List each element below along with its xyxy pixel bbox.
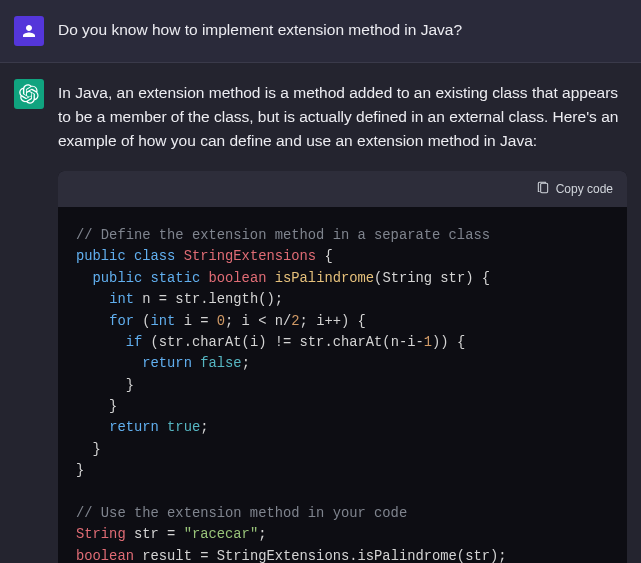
user-message: Do you know how to implement extension m… [0, 0, 641, 63]
user-question: Do you know how to implement extension m… [58, 16, 627, 46]
assistant-body: In Java, an extension method is a method… [58, 79, 627, 563]
svg-rect-0 [540, 183, 547, 192]
code-header: Copy code [58, 171, 627, 207]
copy-code-label: Copy code [556, 182, 613, 196]
assistant-message: In Java, an extension method is a method… [0, 63, 641, 563]
user-avatar-icon [14, 16, 44, 46]
assistant-avatar-icon [14, 79, 44, 109]
code-block: Copy code // Define the extension method… [58, 171, 627, 563]
assistant-intro: In Java, an extension method is a method… [58, 81, 627, 153]
code-content: // Define the extension method in a sepa… [58, 207, 627, 563]
copy-code-button[interactable]: Copy code [536, 181, 613, 198]
clipboard-icon [536, 181, 550, 198]
